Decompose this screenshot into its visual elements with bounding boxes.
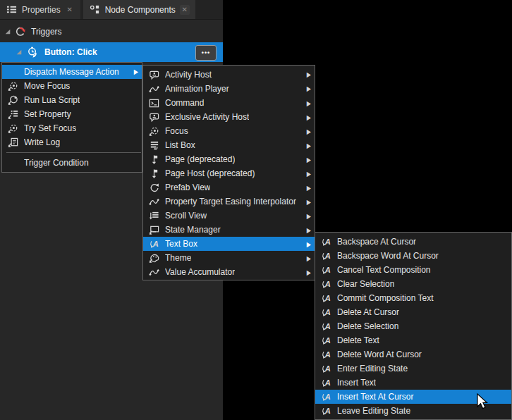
triggers-group-label: Triggers: [31, 27, 62, 37]
menu-item-cancel-text-composition[interactable]: ACancel Text Composition: [315, 263, 511, 277]
menu-item-activity-host[interactable]: Activity Host▶: [143, 68, 315, 82]
command-icon: [147, 97, 161, 109]
submenu-arrow-icon: ▶: [128, 68, 138, 76]
menu-item-value-accumulator[interactable]: Value Accumulator▶: [143, 265, 315, 279]
menu-item-delete-word-at-cursor[interactable]: ADelete Word At Cursor: [315, 347, 511, 362]
submenu-arrow-icon: ▶: [301, 142, 311, 149]
prefab-icon: [147, 182, 161, 193]
menu-item-leave-editing-state[interactable]: ALeave Editing State: [315, 404, 511, 418]
expander-icon[interactable]: [16, 49, 23, 56]
menu-item-list-box[interactable]: List Box▶: [143, 138, 315, 152]
menu-item-prefab-view[interactable]: Prefab View▶: [143, 180, 315, 194]
panel-tab-bar: Properties ✕ Node Components ✕: [0, 0, 223, 20]
triggers-group-row[interactable]: Triggers: [0, 23, 223, 41]
menu-item-run-lua-script[interactable]: Run Lua Script: [2, 93, 142, 107]
menu-item-enter-editing-state[interactable]: AEnter Editing State: [315, 362, 511, 376]
close-icon[interactable]: ✕: [180, 5, 190, 15]
menu-item-exclusive-activity-host[interactable]: Exclusive Activity Host▶: [143, 110, 315, 124]
menu-item-label: Value Accumulator: [165, 267, 235, 277]
menu-item-property-target-easing-interpolator[interactable]: Property Target Easing Interpolator▶: [143, 194, 315, 209]
page-icon: [147, 154, 161, 165]
menu-item-scroll-view[interactable]: Scroll View▶: [143, 209, 315, 223]
menu-item-animation-player[interactable]: Animation Player▶: [143, 82, 315, 96]
menu-item-label: Insert Text: [337, 378, 376, 388]
textbox-icon: A: [319, 292, 333, 304]
menu-item-label: State Manager: [165, 225, 221, 235]
menu-item-theme[interactable]: Theme▶: [143, 251, 315, 265]
submenu-arrow-icon: ▶: [301, 128, 311, 135]
menu-item-label: Leave Editing State: [337, 406, 410, 416]
textbox-icon: A: [319, 278, 333, 290]
submenu-arrow-icon: ▶: [301, 254, 311, 262]
more-options-button[interactable]: •••: [195, 45, 217, 61]
menu-item-trigger-condition[interactable]: Trigger Condition: [2, 156, 142, 170]
submenu-arrow-icon: ▶: [301, 184, 311, 192]
textbox-icon: A: [319, 335, 333, 346]
setprop-icon: [6, 109, 20, 120]
menu-item-backspace-at-cursor[interactable]: ABackspace At Cursor: [315, 235, 511, 249]
page-icon: [147, 168, 161, 179]
focus-icon: [6, 123, 20, 134]
textbox-icon: A: [319, 264, 333, 276]
tab-properties[interactable]: Properties ✕: [0, 0, 80, 19]
text-box-message-menu: ABackspace At CursorABackspace Word At C…: [315, 232, 512, 420]
submenu-arrow-icon: ▶: [301, 113, 311, 121]
menu-item-state-manager[interactable]: State Manager▶: [143, 223, 315, 237]
textbox-icon: A: [319, 307, 333, 318]
blank-icon: [6, 157, 20, 168]
menu-item-label: Animation Player: [165, 84, 229, 94]
textbox-icon: A: [147, 238, 161, 249]
menu-item-write-log[interactable]: Write Log: [2, 135, 142, 149]
menu-item-commit-composition-text[interactable]: ACommit Composition Text: [315, 291, 511, 305]
properties-icon: [6, 4, 18, 16]
menu-item-text-box[interactable]: AText Box▶: [143, 237, 315, 251]
blank-icon: [6, 66, 20, 78]
focus-icon: [6, 80, 20, 92]
menu-item-focus[interactable]: Focus▶: [143, 124, 315, 138]
textbox-icon: A: [319, 377, 333, 388]
tab-node-components[interactable]: Node Components ✕: [83, 0, 195, 19]
textbox-icon: A: [319, 405, 333, 416]
submenu-arrow-icon: ▶: [301, 99, 311, 107]
menu-item-command[interactable]: Command▶: [143, 96, 315, 110]
menu-item-label: Prefab View: [165, 183, 210, 192]
menu-item-label: Delete Selection: [337, 321, 398, 331]
menu-item-label: Text Box: [165, 239, 197, 249]
menu-item-insert-text[interactable]: AInsert Text: [315, 376, 511, 390]
menu-item-insert-text-at-cursor[interactable]: AInsert Text At Cursor: [315, 390, 511, 404]
menu-item-set-property[interactable]: Set Property: [2, 107, 142, 121]
node-components-icon: [89, 4, 101, 16]
menu-item-backspace-word-at-cursor[interactable]: ABackspace Word At Cursor: [315, 249, 511, 263]
menu-item-label: Activity Host: [165, 70, 212, 80]
state-icon: [147, 224, 161, 235]
menu-item-label: Try Set Focus: [24, 123, 76, 133]
menu-item-delete-text[interactable]: ADelete Text: [315, 333, 511, 347]
menu-item-label: Page Host (deprecated): [165, 168, 255, 178]
menu-item-label: List Box: [165, 140, 195, 150]
writelog-icon: [6, 137, 20, 148]
submenu-arrow-icon: ▶: [301, 170, 311, 178]
menu-item-delete-selection[interactable]: ADelete Selection: [315, 319, 511, 333]
menu-item-try-set-focus[interactable]: Try Set Focus: [2, 121, 142, 135]
menu-item-label: Commit Composition Text: [337, 293, 434, 303]
menu-item-label: Property Target Easing Interpolator: [165, 197, 296, 206]
tab-node-components-label: Node Components: [105, 5, 176, 15]
button-click-trigger-row[interactable]: Button: Click •••: [0, 42, 223, 62]
menu-item-move-focus[interactable]: Move Focus: [2, 79, 142, 93]
submenu-arrow-icon: ▶: [301, 198, 311, 206]
menu-item-page-deprecated[interactable]: Page (deprecated)▶: [143, 152, 315, 166]
menu-item-label: Clear Selection: [337, 279, 394, 289]
menu-item-clear-selection[interactable]: AClear Selection: [315, 277, 511, 291]
menu-item-label: Insert Text At Cursor: [337, 392, 414, 402]
menu-item-dispatch-message-action[interactable]: Dispatch Message Action▶: [2, 65, 142, 79]
menu-separator: [6, 152, 141, 153]
textbox-icon: A: [319, 349, 333, 360]
menu-item-label: Delete Text: [337, 335, 379, 345]
menu-item-delete-at-cursor[interactable]: ADelete At Cursor: [315, 305, 511, 319]
menu-item-label: Theme: [165, 253, 191, 263]
close-icon[interactable]: ✕: [65, 5, 75, 15]
menu-item-page-host-deprecated[interactable]: Page Host (deprecated)▶: [143, 166, 315, 180]
expander-icon[interactable]: [4, 28, 11, 35]
menu-item-label: Move Focus: [24, 81, 70, 91]
anim-icon: [147, 83, 161, 94]
